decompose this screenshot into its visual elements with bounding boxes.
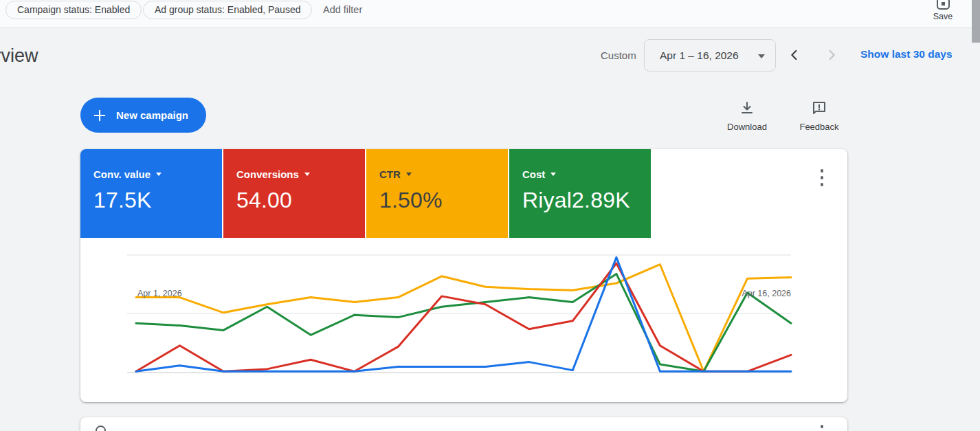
add-filter-button[interactable]: Add filter [323,1,362,19]
download-button[interactable]: Download [717,100,777,132]
plus-icon [92,108,107,123]
filter-chip-ad-group-status[interactable]: Ad group status: Enabled, Paused [143,1,312,19]
feedback-icon [811,100,827,116]
scorecard-value: Riyal2.89K [522,188,651,213]
previous-date-range-button[interactable] [785,46,804,65]
scorecard-cost[interactable]: Cost Riyal2.89K [509,149,651,238]
download-icon [739,100,755,116]
scorecard-metric-label: CTR [379,168,401,180]
scorecard-conv-value[interactable]: Conv. value 17.5K [80,149,222,238]
show-last-30-days-link[interactable]: Show last 30 days [860,48,953,60]
save-filter-button[interactable]: Save [924,0,962,21]
next-section-card [80,417,847,431]
scorecard-metric-label: Cost [522,168,545,180]
timeseries-chart[interactable] [80,239,847,392]
page-title: Overview [0,45,38,67]
x-axis-label-end: Apr 16, 2026 [742,289,791,298]
scorecard-metric-label: Conv. value [93,168,151,180]
chevron-down-icon [156,173,162,176]
download-label: Download [717,122,777,132]
chevron-down-icon [550,173,556,176]
filter-chip-label: Campaign status: Enabled [17,4,130,15]
feedback-label: Feedback [790,122,849,132]
date-range-value: Apr 1 – 16, 2026 [660,49,739,62]
chevron-right-icon [824,47,839,63]
google-ads-overview-page: Campaign status: Enabled Ad group status… [0,0,980,431]
filter-chip-label: Ad group status: Enabled, Paused [155,4,300,15]
scorecard-value: 54.00 [236,188,365,213]
scorecard-metric-label: Conversions [236,168,299,180]
scorecard-value: 17.5K [93,188,222,213]
chevron-left-icon [787,47,802,63]
circle-icon [96,426,106,431]
next-date-range-button[interactable] [822,46,841,65]
kebab-icon [821,425,824,428]
overview-scorecard-chart-card: Conv. value 17.5K Conversions 54.00 CTR … [80,149,847,402]
scorecard-ctr[interactable]: CTR 1.50% [366,149,508,238]
date-range-selector[interactable]: Apr 1 – 16, 2026 [644,39,776,71]
scrollbar-thumb[interactable] [972,0,980,43]
feedback-button[interactable]: Feedback [790,100,849,132]
date-range-type-label: Custom [601,49,636,61]
kebab-icon [821,169,824,173]
x-axis-label-start: Apr 1, 2026 [137,289,182,298]
scorecard-row: Conv. value 17.5K Conversions 54.00 CTR … [80,149,651,238]
scorecard-conversions[interactable]: Conversions 54.00 [223,149,365,238]
more-options-button[interactable] [815,169,829,190]
filter-chip-campaign-status[interactable]: Campaign status: Enabled [5,1,142,19]
chevron-down-icon [406,173,412,176]
save-icon [937,0,950,10]
scorecard-value: 1.50% [379,188,508,213]
more-options-button[interactable] [815,425,829,431]
new-campaign-button[interactable]: New campaign [80,98,206,133]
save-label: Save [924,12,962,21]
chevron-down-icon [304,173,310,176]
chevron-down-icon [758,54,765,58]
new-campaign-label: New campaign [116,109,188,121]
filter-bar: Campaign status: Enabled Ad group status… [0,0,980,28]
